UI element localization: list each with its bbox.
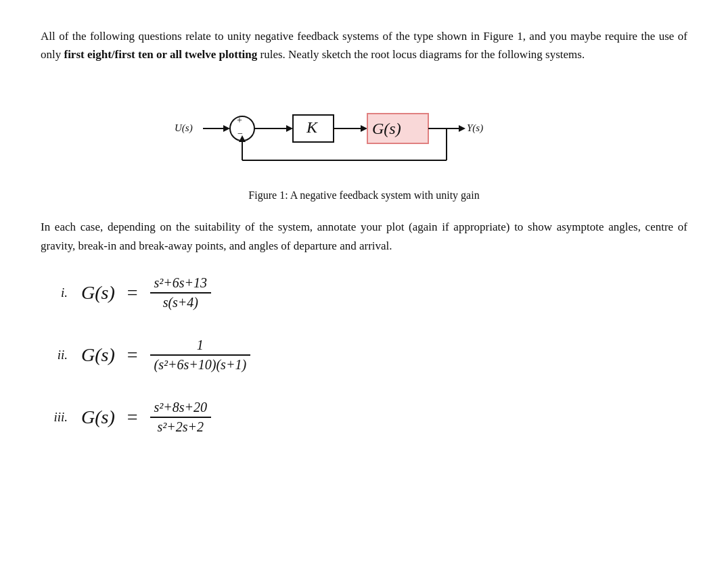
- denominator-ii: (s²+6s+10)(s+1): [150, 357, 250, 373]
- equation-ii: G(s) = 1 (s²+6s+10)(s+1): [81, 337, 250, 373]
- fraction-iii: s²+8s+20 s²+2s+2: [150, 400, 212, 435]
- denominator-iii: s²+2s+2: [154, 419, 208, 435]
- numeral-i: i.: [41, 285, 68, 300]
- arrow-3-head: [361, 125, 367, 132]
- figure-caption: Figure 1: A negative feedback system wit…: [41, 189, 687, 202]
- numerator-i: s²+6s+13: [150, 275, 212, 291]
- intro-bold: first eight/first ten or all twelve plot…: [64, 48, 257, 61]
- question-iii: iii. G(s) = s²+8s+20 s²+2s+2: [41, 400, 687, 435]
- lhs-i: G(s): [81, 282, 115, 304]
- numerator-iii: s²+8s+20: [150, 400, 212, 415]
- arrow-1-head: [223, 125, 230, 132]
- block-diagram-container: U(s) + − K G(s) Y(s): [41, 83, 687, 183]
- equation-i: G(s) = s²+6s+13 s(s+4): [81, 275, 211, 310]
- intro-paragraph: All of the following questions relate to…: [41, 27, 687, 64]
- fracbar-ii: [150, 354, 250, 356]
- denominator-i: s(s+4): [159, 295, 202, 310]
- gs-label: G(s): [372, 120, 401, 137]
- fracbar-iii: [150, 417, 212, 418]
- us-label: U(s): [175, 122, 193, 134]
- equals-i: =: [127, 282, 138, 304]
- lhs-ii: G(s): [81, 344, 115, 366]
- equals-iii: =: [127, 406, 138, 428]
- fracbar-i: [150, 292, 212, 294]
- ys-label: Y(s): [467, 122, 483, 134]
- question-ii: ii. G(s) = 1 (s²+6s+10)(s+1): [41, 337, 687, 373]
- arrow-2-head: [286, 125, 293, 132]
- block-diagram-svg: U(s) + − K G(s) Y(s): [168, 89, 560, 177]
- questions-list: i. G(s) = s²+6s+13 s(s+4) ii. G(s) = 1 (…: [41, 275, 687, 435]
- fraction-ii: 1 (s²+6s+10)(s+1): [150, 337, 250, 373]
- numeral-iii: iii.: [41, 410, 68, 425]
- intro-text-2: rules. Neatly sketch the root locus diag…: [257, 48, 585, 61]
- annotation-paragraph: In each case, depending on the suitabili…: [41, 218, 687, 254]
- fraction-i: s²+6s+13 s(s+4): [150, 275, 212, 310]
- numeral-ii: ii.: [41, 348, 68, 362]
- lhs-iii: G(s): [81, 406, 115, 428]
- numerator-ii: 1: [193, 337, 208, 353]
- question-i: i. G(s) = s²+6s+13 s(s+4): [41, 275, 687, 310]
- plus-sign: +: [237, 115, 242, 125]
- equation-iii: G(s) = s²+8s+20 s²+2s+2: [81, 400, 211, 435]
- k-label: K: [306, 118, 319, 136]
- arrow-4-head: [459, 125, 465, 132]
- equals-ii: =: [127, 344, 138, 366]
